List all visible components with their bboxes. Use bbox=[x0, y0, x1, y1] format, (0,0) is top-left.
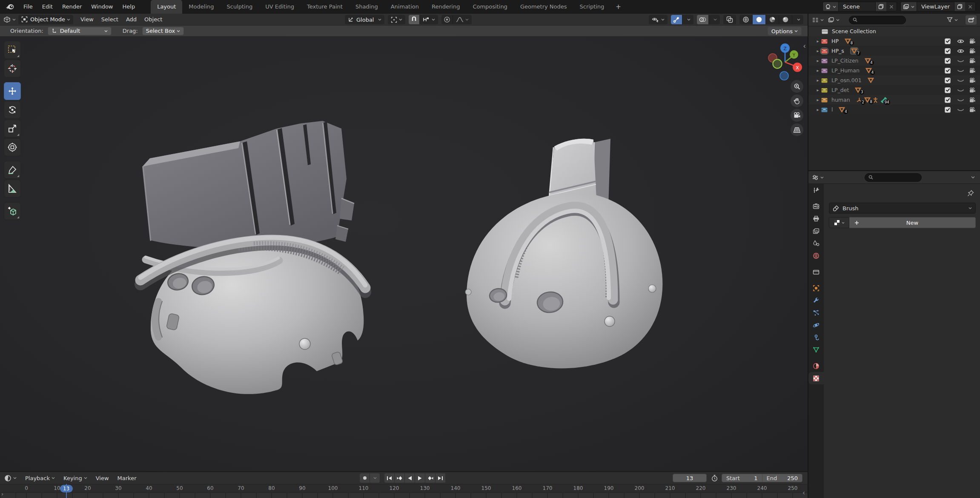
chevron-down-icon[interactable] bbox=[12, 18, 16, 21]
tool-select-box-button[interactable] bbox=[4, 41, 21, 59]
object-visibility-button[interactable] bbox=[649, 15, 668, 24]
current-frame-field[interactable]: 13 bbox=[673, 474, 707, 482]
gizmo-options-button[interactable] bbox=[682, 15, 693, 24]
workspace-tab-animation[interactable]: Animation bbox=[384, 0, 425, 14]
collapse-region-icon[interactable]: ‹ bbox=[803, 43, 806, 50]
keying-options-button[interactable] bbox=[370, 473, 380, 483]
editor-type-properties-icon[interactable] bbox=[812, 175, 819, 180]
properties-tab-constraints[interactable] bbox=[808, 331, 824, 343]
collection-name[interactable]: LP_Citizen bbox=[831, 57, 859, 64]
drag-dropdown[interactable]: Select Box bbox=[142, 27, 184, 35]
properties-search[interactable] bbox=[865, 173, 922, 182]
properties-tab-tool[interactable] bbox=[808, 184, 824, 196]
proportional-falloff-button[interactable] bbox=[453, 15, 472, 24]
armature-data-badge[interactable] bbox=[872, 97, 879, 103]
nav-pan-button[interactable] bbox=[791, 94, 803, 107]
viewport-menu-object[interactable]: Object bbox=[140, 16, 166, 23]
outliner-item-lp_citizen[interactable]: ▸LP_Citizen4 bbox=[808, 56, 980, 66]
shading-solid-button[interactable] bbox=[753, 15, 766, 24]
timeline-menu-playback[interactable]: Playback bbox=[21, 475, 59, 481]
workspace-tab-rendering[interactable]: Rendering bbox=[425, 0, 466, 14]
disclosure-triangle-icon[interactable]: ▸ bbox=[815, 68, 821, 73]
chevron-down-icon[interactable] bbox=[971, 176, 975, 179]
outliner-item-hp[interactable]: ▸HP8 bbox=[808, 36, 980, 46]
orientation-dropdown[interactable]: Default bbox=[48, 27, 112, 35]
editor-type-outliner-icon[interactable] bbox=[812, 17, 819, 23]
outliner-item-hp_s[interactable]: ▸HP_s7 bbox=[808, 46, 980, 56]
mesh-data-badge[interactable]: 4 bbox=[865, 68, 872, 73]
overlays-options-button[interactable] bbox=[709, 15, 720, 24]
show-gizmo-button[interactable] bbox=[671, 15, 682, 24]
play-reverse-button[interactable] bbox=[405, 473, 415, 483]
properties-tab-material[interactable] bbox=[808, 360, 824, 372]
mode-selector[interactable]: Object Mode bbox=[18, 15, 73, 24]
menu-edit[interactable]: Edit bbox=[37, 0, 57, 13]
disclosure-triangle-icon[interactable]: ▸ bbox=[815, 58, 821, 63]
options-dropdown[interactable]: Options bbox=[768, 27, 802, 35]
editor-type-timeline-icon[interactable] bbox=[4, 475, 11, 482]
timeline-track[interactable] bbox=[0, 492, 808, 498]
add-workspace-button[interactable]: + bbox=[610, 3, 626, 11]
workspace-tab-modeling[interactable]: Modeling bbox=[182, 0, 220, 14]
chevron-down-icon[interactable] bbox=[820, 176, 824, 179]
collection-name[interactable]: HP bbox=[831, 38, 839, 44]
camera-visibility-icon[interactable] bbox=[969, 77, 976, 83]
menu-render[interactable]: Render bbox=[57, 0, 86, 13]
remove-viewlayer-button[interactable] bbox=[965, 2, 975, 11]
next-keyframe-button[interactable] bbox=[425, 473, 436, 483]
properties-tab-scene[interactable] bbox=[808, 237, 824, 249]
viewport-menu-view[interactable]: View bbox=[77, 16, 97, 23]
chevron-down-icon[interactable] bbox=[836, 19, 840, 21]
properties-tab-data[interactable] bbox=[808, 343, 824, 356]
jump-start-button[interactable] bbox=[384, 473, 395, 483]
collection-name[interactable]: human bbox=[831, 97, 850, 103]
viewlayer-name[interactable]: ViewLayer bbox=[917, 3, 954, 10]
disclosure-triangle-icon[interactable]: ▸ bbox=[815, 39, 821, 43]
disclosure-triangle-icon[interactable]: ▸ bbox=[815, 107, 821, 112]
browse-viewlayer-button[interactable] bbox=[901, 2, 917, 11]
workspace-tab-layout[interactable]: Layout bbox=[151, 0, 182, 14]
workspace-tab-compositing[interactable]: Compositing bbox=[466, 0, 514, 14]
mesh-data-badge[interactable]: 4 bbox=[839, 107, 845, 112]
mesh-data-badge[interactable]: 8 bbox=[845, 38, 851, 44]
playhead[interactable] bbox=[66, 484, 67, 498]
snap-toggle-button[interactable] bbox=[409, 15, 420, 24]
mesh-data-badge[interactable] bbox=[868, 77, 874, 83]
viewport-canvas[interactable]: Z Y X ‹ bbox=[0, 37, 808, 471]
expand-arrow-icon[interactable]: › bbox=[1, 491, 3, 497]
axis-neg-y-ball[interactable] bbox=[773, 60, 782, 69]
navigation-gizmo[interactable]: Z Y X bbox=[765, 43, 805, 83]
workspace-tab-sculpting[interactable]: Sculpting bbox=[220, 0, 259, 14]
stopwatch-icon[interactable] bbox=[711, 475, 718, 482]
snap-target-button[interactable] bbox=[420, 15, 438, 24]
properties-tab-viewlayer[interactable] bbox=[808, 225, 824, 237]
properties-tab-world[interactable] bbox=[808, 249, 824, 262]
play-button[interactable] bbox=[415, 473, 425, 483]
nav-camera-view-button[interactable] bbox=[791, 109, 803, 122]
collection-name[interactable]: LP_osn.001 bbox=[831, 77, 862, 83]
axis-neg-z-ball[interactable] bbox=[780, 72, 788, 80]
eye-open-icon[interactable] bbox=[957, 49, 964, 54]
viewport-menu-select[interactable]: Select bbox=[97, 16, 122, 23]
new-viewlayer-button[interactable] bbox=[954, 2, 965, 11]
camera-visibility-icon[interactable] bbox=[969, 97, 976, 103]
workspace-tab-uv-editing[interactable]: UV Editing bbox=[259, 0, 301, 14]
nav-projection-button[interactable] bbox=[791, 123, 803, 136]
exclude-checkbox[interactable] bbox=[945, 68, 951, 74]
properties-tab-texture[interactable] bbox=[808, 372, 824, 384]
eye-closed-icon[interactable] bbox=[957, 107, 964, 112]
unlink-scene-button[interactable] bbox=[886, 2, 897, 11]
chevron-down-icon[interactable] bbox=[13, 477, 17, 479]
eye-closed-icon[interactable] bbox=[957, 58, 964, 63]
outliner-item-l[interactable]: ▸l4 bbox=[808, 105, 980, 114]
xray-toggle-button[interactable] bbox=[723, 15, 736, 24]
menu-file[interactable]: File bbox=[19, 0, 37, 13]
shading-rendered-button[interactable] bbox=[779, 15, 792, 24]
shading-wireframe-button[interactable] bbox=[739, 15, 753, 24]
camera-visibility-icon[interactable] bbox=[969, 107, 976, 113]
camera-visibility-icon[interactable] bbox=[969, 68, 976, 74]
editor-type-3d-icon[interactable] bbox=[3, 16, 11, 23]
properties-tab-modifiers[interactable] bbox=[808, 294, 824, 306]
disclosure-triangle-icon[interactable]: ▸ bbox=[815, 49, 821, 53]
frame-end-field[interactable]: End250 bbox=[762, 474, 802, 482]
